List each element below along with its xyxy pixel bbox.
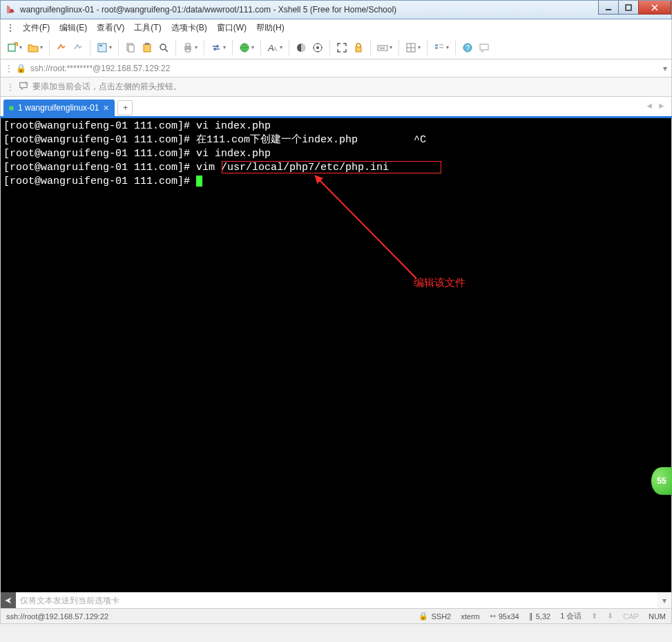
fullscreen-button[interactable]	[334, 39, 349, 56]
info-strip: ⋮ 要添加当前会话，点击左侧的箭头按钮。	[0, 77, 672, 97]
menu-view[interactable]: 查看(V)	[97, 22, 124, 34]
menu-window[interactable]: 窗口(W)	[217, 22, 247, 34]
open-session-button[interactable]	[26, 39, 45, 56]
terminal-line: [root@wangruifeng-01 111.com]# vim /usr/…	[3, 161, 669, 175]
svg-rect-8	[145, 43, 149, 45]
toolbar-separator	[370, 40, 371, 55]
status-cap: CAP	[623, 612, 639, 621]
properties-button[interactable]	[95, 39, 114, 56]
toolbar-separator	[455, 40, 456, 55]
help-button[interactable]: ?	[460, 39, 475, 56]
send-input[interactable]	[16, 592, 657, 608]
svg-rect-29	[439, 47, 443, 48]
menu-help[interactable]: 帮助(H)	[256, 22, 285, 34]
menu-file[interactable]: 文件(F)	[23, 22, 50, 34]
status-cursor-pos: ‖ 5,32	[529, 612, 550, 621]
lock-button[interactable]	[351, 39, 366, 56]
address-text[interactable]: ssh://root:********@192.168.57.129:22	[30, 64, 170, 73]
status-up-icon: ⬆	[591, 612, 597, 621]
send-dropdown-icon[interactable]: ▾	[657, 596, 671, 605]
terminal-line: [root@wangruifeng-01 111.com]# vi index.…	[3, 120, 669, 133]
window-close-button[interactable]	[638, 1, 671, 15]
view-button[interactable]	[432, 39, 451, 56]
svg-rect-7	[144, 44, 151, 52]
highlight-button[interactable]	[310, 39, 325, 56]
annotation-text: 编辑该文件	[414, 276, 465, 290]
status-down-icon: ⬇	[607, 612, 613, 621]
svg-rect-12	[186, 49, 190, 52]
svg-rect-28	[439, 44, 443, 46]
font-button[interactable]: AA	[265, 39, 285, 56]
copy-button[interactable]	[123, 39, 138, 56]
svg-rect-26	[435, 44, 438, 46]
toolbar-separator	[329, 40, 330, 55]
status-sessions: 1 会话	[560, 611, 582, 621]
toolbar-separator	[427, 40, 428, 55]
find-button[interactable]	[156, 39, 171, 56]
toolbar-separator	[232, 40, 233, 55]
web-button[interactable]	[237, 39, 256, 56]
status-protocol: 🔒SSH2	[419, 612, 451, 621]
svg-rect-24	[380, 48, 385, 49]
svg-rect-20	[378, 46, 387, 50]
toolbar-separator	[204, 40, 204, 55]
svg-rect-11	[186, 44, 190, 46]
add-session-icon[interactable]	[19, 81, 28, 93]
svg-rect-23	[383, 47, 385, 48]
terminal-line: [root@wangruifeng-01 111.com]#	[3, 175, 669, 189]
menubar-grip: ⋮	[6, 23, 10, 32]
paste-button[interactable]	[140, 39, 155, 56]
address-bar: ⋮ 🔒 ssh://root:********@192.168.57.129:2…	[0, 59, 672, 77]
menu-tools[interactable]: 工具(T)	[134, 22, 161, 34]
tab-close-icon[interactable]: ✕	[103, 104, 109, 113]
floating-badge[interactable]: 55	[651, 467, 672, 495]
toolbar-separator	[289, 40, 289, 55]
chat-button[interactable]	[477, 39, 492, 56]
session-tab[interactable]: 1 wangruifenglinux-01 ✕	[3, 100, 115, 116]
toolbar-separator	[260, 40, 261, 55]
toolbar-separator	[90, 40, 90, 55]
toolbar-separator	[118, 40, 119, 55]
address-dropdown-icon[interactable]: ▾	[663, 64, 667, 73]
app-icon	[5, 4, 16, 15]
svg-point-9	[160, 44, 166, 50]
svg-rect-3	[98, 44, 106, 52]
svg-rect-6	[128, 45, 134, 52]
window-titlebar: wangruifenglinux-01 - root@wangruifeng-0…	[0, 0, 672, 19]
menubar: ⋮ 文件(F) 编辑(E) 查看(V) 工具(T) 选项卡(B) 窗口(W) 帮…	[0, 19, 672, 36]
send-icon[interactable]	[1, 592, 16, 608]
window-title: wangruifenglinux-01 - root@wangruifeng-0…	[20, 5, 396, 15]
new-tab-button[interactable]: +	[117, 100, 133, 115]
color-scheme-button[interactable]	[294, 39, 309, 56]
menu-tabs[interactable]: 选项卡(B)	[171, 22, 207, 34]
print-button[interactable]	[180, 39, 200, 56]
tab-label: 1 wangruifenglinux-01	[18, 103, 99, 113]
window-maximize-button[interactable]	[618, 1, 639, 15]
status-num: NUM	[649, 612, 666, 621]
reconnect-button[interactable]	[54, 39, 69, 56]
menu-edit[interactable]: 编辑(E)	[59, 22, 87, 34]
status-term: xterm	[461, 612, 480, 621]
tab-prev-icon[interactable]: ◄	[645, 101, 653, 111]
svg-rect-2	[8, 44, 15, 51]
infostrip-grip: ⋮	[6, 82, 15, 92]
toolbar: AA ?	[0, 36, 672, 59]
svg-rect-27	[435, 47, 438, 49]
keyboard-button[interactable]	[375, 39, 394, 56]
window-minimize-button[interactable]	[598, 1, 619, 15]
toolbar-separator	[175, 40, 176, 55]
svg-text:?: ?	[466, 44, 470, 52]
tab-next-icon[interactable]: ►	[657, 101, 666, 111]
svg-rect-19	[356, 47, 361, 52]
status-size: ⇿ 95x34	[490, 612, 519, 621]
layout-button[interactable]	[403, 39, 423, 56]
terminal[interactable]: [root@wangruifeng-01 111.com]# vi index.…	[0, 118, 672, 592]
svg-rect-4	[99, 45, 102, 46]
svg-text:A: A	[273, 46, 277, 53]
svg-point-18	[316, 46, 319, 49]
status-connection: ssh://root@192.168.57.129:22	[6, 612, 108, 621]
disconnect-button[interactable]	[70, 39, 86, 56]
transfer-button[interactable]	[209, 39, 228, 56]
terminal-line: [root@wangruifeng-01 111.com]# 在111.com下…	[3, 133, 669, 147]
new-session-button[interactable]	[5, 39, 24, 56]
